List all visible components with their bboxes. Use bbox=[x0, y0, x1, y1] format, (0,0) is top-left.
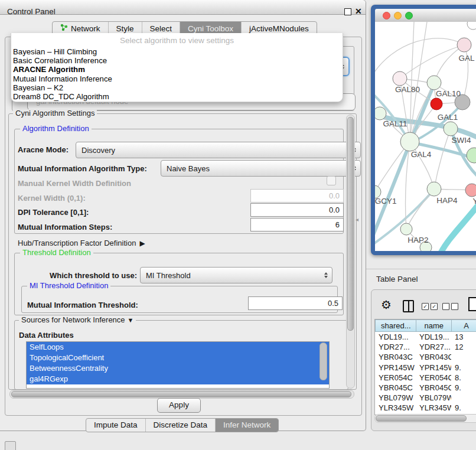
aracne-mode-combobox[interactable]: Discovery bbox=[76, 142, 361, 158]
table-row[interactable]: YER054CYER054C8. bbox=[375, 373, 476, 383]
table-horizontal-scrollbar-thumb[interactable] bbox=[376, 415, 467, 422]
settings-horizontal-scrollbar-thumb[interactable] bbox=[11, 391, 351, 397]
algorithm-definition-title: Algorithm Definition bbox=[20, 125, 92, 133]
network-edge[interactable] bbox=[440, 203, 476, 251]
table-panel-separator bbox=[366, 269, 476, 269]
network-node-swi4[interactable] bbox=[444, 122, 458, 136]
mi-steps-label: Mutual Information Steps: bbox=[18, 223, 112, 231]
gear-icon[interactable]: ⚙ bbox=[381, 298, 392, 312]
algorithm-option-aracne-algorithm[interactable]: ARACNE Algorithm bbox=[11, 65, 343, 74]
table-row[interactable]: YPR145WYPR145W9. bbox=[375, 363, 476, 373]
table-cell: 9. bbox=[451, 403, 476, 413]
checkbox-checked-icon[interactable]: ✓ bbox=[431, 303, 438, 310]
mi-algorithm-type-combobox[interactable]: Naive Bayes bbox=[161, 160, 361, 177]
network-icon bbox=[60, 24, 68, 33]
table-cell: 9. bbox=[451, 383, 476, 393]
cyni-algorithm-settings-title: Cyni Algorithm Settings bbox=[13, 109, 97, 118]
network-window-titlebar[interactable] bbox=[375, 9, 476, 22]
mi-threshold-label: Mutual Information Threshold: bbox=[27, 301, 138, 309]
apply-button[interactable]: Apply bbox=[157, 398, 201, 413]
attribute-item-betweennesscentrality[interactable]: BetweennessCentrality bbox=[27, 363, 329, 374]
algorithm-option-bayesian-k2[interactable]: Bayesian – K2 bbox=[11, 83, 343, 92]
column-header-a[interactable]: A bbox=[452, 319, 476, 332]
kernel-width-field: 0.0 bbox=[250, 189, 344, 203]
network-node[interactable] bbox=[467, 148, 476, 163]
mi-steps-field[interactable]: 6 bbox=[250, 218, 344, 231]
network-edge[interactable] bbox=[400, 45, 464, 79]
network-node-gal10[interactable] bbox=[427, 76, 441, 90]
sources-toggle[interactable]: Sources for Network Inference▼ bbox=[19, 316, 136, 324]
close-icon[interactable]: ✕ bbox=[355, 6, 362, 16]
algorithm-option-basic-correlation-inference[interactable]: Basic Correlation Inference bbox=[11, 56, 343, 65]
columns-icon[interactable] bbox=[403, 300, 414, 312]
minimize-button[interactable] bbox=[394, 12, 402, 19]
table-row[interactable]: YBR043CYBR043C bbox=[375, 352, 476, 362]
column-header-name[interactable]: name bbox=[416, 319, 452, 332]
network-canvas[interactable]: GALGAL80GAL10GAL1GAL11SWI4GAL4HAP4GCY1YH… bbox=[375, 22, 476, 251]
mi-algorithm-type-label: Mutual Information Algorithm Type: bbox=[18, 164, 147, 173]
network-node-y[interactable] bbox=[465, 184, 476, 197]
network-node-gal80[interactable] bbox=[393, 71, 407, 86]
tab-impute-data[interactable]: Impute Data bbox=[86, 419, 145, 432]
settings-vertical-scrollbar-thumb[interactable] bbox=[347, 117, 354, 331]
manual-kernel-checkbox bbox=[327, 176, 336, 185]
table-cell: YDR27... bbox=[416, 342, 451, 352]
panel-splitter-icon[interactable]: ◂ bbox=[356, 216, 358, 223]
attribute-item-selfloops[interactable]: SelfLoops bbox=[27, 342, 329, 353]
tab-discretize-data[interactable]: Discretize Data bbox=[145, 419, 216, 432]
attributes-list-scrollbar[interactable] bbox=[319, 343, 327, 380]
checkbox-unchecked-icon[interactable] bbox=[442, 303, 449, 310]
dropdown-options: Bayesian – Hill ClimbingBasic Correlatio… bbox=[11, 47, 343, 101]
tab-impute-data-label: Impute Data bbox=[94, 420, 138, 429]
algorithm-option-mutual-information-inference[interactable]: Mutual Information Inference bbox=[11, 74, 343, 83]
table-row[interactable]: YDR27...YDR27...12 bbox=[375, 342, 476, 352]
threshold-definition-title: Threshold Definition bbox=[20, 249, 93, 257]
panel-grip-icon[interactable] bbox=[5, 441, 16, 450]
column-header-shared[interactable]: shared... bbox=[375, 319, 416, 332]
table-cell: 13 bbox=[451, 332, 476, 342]
table-row[interactable]: YBR045CYBR045C9. bbox=[375, 383, 476, 393]
table-row[interactable]: YDL19...YDL19...13 bbox=[375, 332, 476, 342]
checkbox-unchecked-icon[interactable] bbox=[451, 303, 458, 310]
algorithm-option-dream8-dc-tdc-algorithm[interactable]: Dream8 DC_TDC Algorithm bbox=[11, 92, 343, 101]
node-label-gal4: GAL4 bbox=[411, 150, 432, 159]
network-node-hap4[interactable] bbox=[427, 182, 441, 196]
dpi-tolerance-field[interactable]: 0.0 bbox=[250, 203, 344, 217]
table-cell: YBR045C bbox=[416, 383, 451, 393]
document-icon[interactable] bbox=[468, 297, 476, 311]
float-window-icon[interactable] bbox=[344, 8, 351, 15]
table-row[interactable]: YBL079WYBL079W bbox=[375, 393, 476, 403]
bottom-tabbar: Impute DataDiscretize DataInfer Network bbox=[86, 418, 279, 432]
data-attributes-list[interactable]: SelfLoopsTopologicalCoefficientBetweenne… bbox=[26, 341, 330, 389]
network-node[interactable] bbox=[431, 98, 442, 110]
table-cell: YBL079W bbox=[375, 393, 416, 403]
close-button[interactable] bbox=[383, 12, 390, 19]
control-panel-title: Control Panel bbox=[7, 7, 56, 16]
network-node-hap2[interactable] bbox=[400, 223, 412, 235]
table-cell bbox=[451, 393, 476, 403]
tab-infer-network-label: Infer Network bbox=[223, 420, 270, 429]
mi-threshold-field[interactable]: 0.5 bbox=[248, 296, 343, 310]
attribute-item-gal4rgexp[interactable]: gal4RGexp bbox=[27, 374, 329, 384]
tab-infer-network[interactable]: Infer Network bbox=[215, 419, 278, 432]
attribute-item-topologicalcoefficient[interactable]: TopologicalCoefficient bbox=[27, 353, 329, 363]
network-node-gal4[interactable] bbox=[400, 132, 419, 151]
zoom-button[interactable] bbox=[405, 12, 413, 19]
table-cell: YBR043C bbox=[375, 352, 416, 362]
network-node-gal11[interactable] bbox=[375, 107, 386, 120]
table-cell: YPR145W bbox=[416, 363, 451, 373]
table-cell: YBL079W bbox=[416, 393, 451, 403]
network-node-gal[interactable] bbox=[457, 38, 471, 52]
checkbox-checked-icon[interactable]: ✓ bbox=[422, 303, 429, 310]
hub-section-toggle[interactable]: Hub/Transcription Factor Definition▶ bbox=[18, 239, 145, 247]
node-label-hap4: HAP4 bbox=[436, 196, 458, 205]
node-label-gal10: GAL10 bbox=[436, 89, 461, 98]
tab-network-label: Network bbox=[71, 24, 100, 33]
algorithm-option-bayesian-hill-climbing[interactable]: Bayesian – Hill Climbing bbox=[11, 47, 343, 56]
node-table[interactable]: shared...nameA YDL19...YDL19...13YDR27..… bbox=[374, 319, 476, 415]
which-threshold-combobox[interactable]: MI Threshold bbox=[140, 267, 332, 283]
tab-cyni-toolbox-label: Cyni Toolbox bbox=[188, 24, 233, 33]
table-row[interactable]: YLR345WYLR345W9. bbox=[375, 403, 476, 413]
network-node[interactable] bbox=[467, 22, 476, 30]
network-edge[interactable] bbox=[434, 129, 451, 189]
